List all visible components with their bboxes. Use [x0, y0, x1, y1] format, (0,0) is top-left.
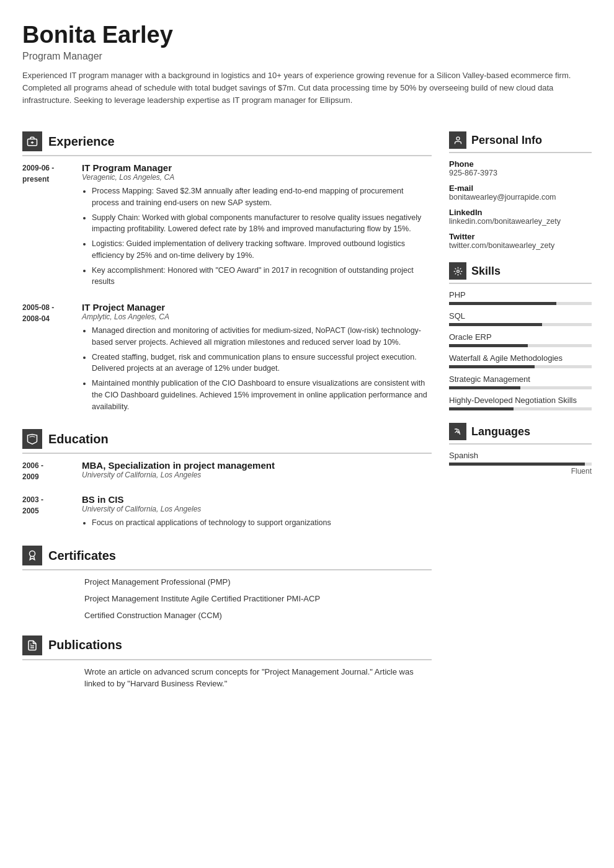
edu-date-1: 2006 - 2009 [22, 460, 72, 483]
left-column: Experience 2009-06 - present IT Program … [22, 131, 432, 703]
skills-header: Skills [449, 262, 592, 284]
candidate-name: Bonita Earley [22, 22, 592, 48]
education-header: Education [22, 429, 432, 454]
education-section: Education 2006 - 2009 MBA, Specializatio… [22, 429, 432, 532]
svg-point-6 [456, 137, 460, 140]
info-phone: Phone 925-867-3973 [449, 159, 592, 177]
skill-bar-fill-0 [449, 302, 556, 305]
lang-level-0: Fluent [449, 467, 592, 476]
skill-item-4: Strategic Management [449, 374, 592, 389]
lang-bar-fill-0 [449, 463, 585, 466]
bullet: Focus on practical applications of techn… [92, 517, 432, 529]
personal-info-section: Personal Info Phone 925-867-3973 E-mail … [449, 131, 592, 250]
publications-section: Publications Wrote an article on advance… [22, 636, 432, 690]
experience-icon [22, 131, 42, 151]
edu-title-2: BS in CIS [82, 494, 432, 505]
exp-title-1: IT Program Manager [82, 162, 432, 173]
experience-header: Experience [22, 131, 432, 156]
edu-bullets-2: Focus on practical applications of techn… [82, 517, 432, 529]
exp-company-1: Veragenic, Los Angeles, CA [82, 173, 432, 182]
personal-info-icon [449, 131, 466, 149]
experience-entry-2: 2005-08 - 2008-04 IT Project Manager Amp… [22, 302, 432, 415]
certificates-section: Certificates Project Management Professi… [22, 546, 432, 622]
skill-item-3: Waterfall & Agile Methodologies [449, 353, 592, 368]
lang-name-0: Spanish [449, 451, 592, 460]
skill-name-2: Oracle ERP [449, 332, 592, 342]
edu-institution-1: University of California, Los Angeles [82, 471, 432, 479]
cert-item-1: Project Management Professional (PMP) [84, 577, 432, 588]
bullet: Managed direction and monitoring of acti… [92, 325, 432, 348]
skill-name-4: Strategic Management [449, 374, 592, 384]
edu-institution-2: University of California, Los Angeles [82, 505, 432, 513]
right-column: Personal Info Phone 925-867-3973 E-mail … [449, 131, 592, 703]
education-entry-1: 2006 - 2009 MBA, Specialization in proje… [22, 460, 432, 483]
skill-bar-bg-1 [449, 323, 592, 326]
skill-name-0: PHP [449, 290, 592, 299]
skills-title: Skills [471, 265, 501, 278]
main-content: Experience 2009-06 - present IT Program … [22, 131, 592, 703]
resume-container: Bonita Earley Program Manager Experience… [0, 0, 614, 868]
skill-bar-bg-3 [449, 365, 592, 368]
languages-title: Languages [471, 425, 530, 438]
skill-item-5: Highly-Developed Negotiation Skills [449, 396, 592, 410]
certificates-title: Certificates [48, 549, 116, 563]
skill-bar-fill-1 [449, 323, 542, 326]
skill-name-1: SQL [449, 311, 592, 321]
publications-title: Publications [48, 638, 122, 652]
skill-bar-bg-0 [449, 302, 592, 305]
bullet: Maintained monthly publication of the CI… [92, 378, 432, 412]
summary-text: Experienced IT program manager with a ba… [22, 69, 592, 107]
education-title: Education [48, 432, 109, 446]
lang-bar-bg-0 [449, 463, 592, 466]
edu-content-2: BS in CIS University of California, Los … [82, 494, 432, 532]
exp-bullets-2: Managed direction and monitoring of acti… [82, 325, 432, 412]
personal-info-title: Personal Info [471, 134, 542, 147]
languages-list: Spanish Fluent [449, 451, 592, 476]
svg-point-7 [456, 270, 459, 272]
skills-list: PHP SQL Oracle ERP Waterfall & Agile Met… [449, 290, 592, 410]
skill-bar-bg-5 [449, 407, 592, 410]
publications-header: Publications [22, 636, 432, 660]
skill-item-2: Oracle ERP [449, 332, 592, 347]
skill-item-1: SQL [449, 311, 592, 326]
exp-company-2: Amplytic, Los Angeles, CA [82, 312, 432, 321]
experience-entry-1: 2009-06 - present IT Program Manager Ver… [22, 162, 432, 291]
education-icon [22, 429, 42, 449]
edu-content-1: MBA, Specialization in project managemen… [82, 460, 432, 483]
certificates-header: Certificates [22, 546, 432, 570]
lang-item-0: Spanish Fluent [449, 451, 592, 476]
publications-icon [22, 636, 42, 655]
languages-section: Languages Spanish Fluent [449, 423, 592, 476]
job-title: Program Manager [22, 51, 592, 62]
svg-point-3 [30, 551, 35, 557]
skill-name-3: Waterfall & Agile Methodologies [449, 353, 592, 363]
skills-icon [449, 262, 466, 280]
skill-bar-bg-4 [449, 386, 592, 389]
info-twitter: Twitter twitter.com/bonitawearley_zety [449, 232, 592, 250]
publications-list: Wrote an article on advanced scrum conce… [22, 666, 432, 690]
skill-bar-bg-2 [449, 344, 592, 347]
pub-item-1: Wrote an article on advanced scrum conce… [84, 666, 432, 690]
exp-content-2: IT Project Manager Amplytic, Los Angeles… [82, 302, 432, 415]
bullet: Created staffing, budget, risk and commu… [92, 352, 432, 375]
exp-title-2: IT Project Manager [82, 302, 432, 312]
skills-section: Skills PHP SQL Oracle ERP Waterfall & Ag… [449, 262, 592, 410]
experience-section: Experience 2009-06 - present IT Program … [22, 131, 432, 415]
languages-header: Languages [449, 423, 592, 445]
skill-name-5: Highly-Developed Negotiation Skills [449, 396, 592, 405]
exp-date-2: 2005-08 - 2008-04 [22, 302, 72, 415]
bullet: Process Mapping: Saved $2.3M annually af… [92, 185, 432, 209]
edu-date-2: 2003 - 2005 [22, 494, 72, 532]
skill-item-0: PHP [449, 290, 592, 305]
certificates-icon [22, 546, 42, 565]
certificates-list: Project Management Professional (PMP) Pr… [22, 577, 432, 622]
bullet: Logistics: Guided implementation of deli… [92, 238, 432, 262]
skill-bar-fill-4 [449, 386, 520, 389]
cert-item-3: Certified Construction Manager (CCM) [84, 610, 432, 622]
cert-item-2: Project Management Institute Agile Certi… [84, 593, 432, 605]
skill-bar-fill-5 [449, 407, 514, 410]
info-linkedin: LinkedIn linkedin.com/bonitawearley_zety [449, 208, 592, 226]
bullet: Key accomplishment: Honored with "CEO Aw… [92, 265, 432, 288]
exp-content-1: IT Program Manager Veragenic, Los Angele… [82, 162, 432, 291]
languages-icon [449, 423, 466, 440]
